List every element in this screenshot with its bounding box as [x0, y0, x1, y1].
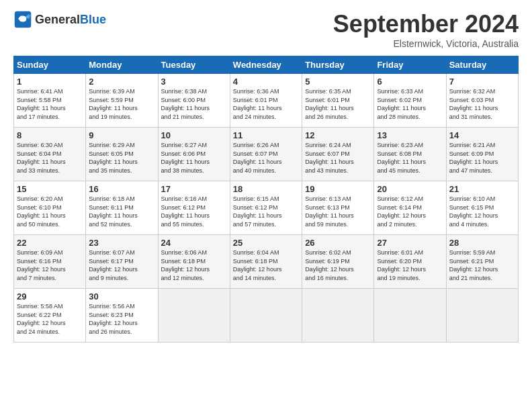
table-row: 6Sunrise: 6:33 AM Sunset: 6:02 PM Daylig…: [374, 74, 446, 128]
calendar-week-4: 22Sunrise: 6:09 AM Sunset: 6:16 PM Dayli…: [14, 235, 519, 289]
day-number: 21: [449, 184, 515, 194]
calendar-header-sunday: Sunday: [14, 56, 86, 74]
day-info: Sunrise: 6:10 AM Sunset: 6:15 PM Dayligh…: [449, 195, 515, 228]
day-info: Sunrise: 6:33 AM Sunset: 6:02 PM Dayligh…: [377, 87, 443, 121]
day-info: Sunrise: 6:29 AM Sunset: 6:05 PM Dayligh…: [89, 141, 154, 175]
calendar-header-row: SundayMondayTuesdayWednesdayThursdayFrid…: [14, 56, 519, 74]
day-info: Sunrise: 6:02 AM Sunset: 6:19 PM Dayligh…: [305, 248, 371, 282]
day-number: 1: [17, 77, 83, 87]
table-row: 5Sunrise: 6:35 AM Sunset: 6:01 PM Daylig…: [302, 74, 374, 128]
table-row: 12Sunrise: 6:24 AM Sunset: 6:07 PM Dayli…: [302, 128, 374, 181]
calendar-week-1: 1Sunrise: 6:41 AM Sunset: 5:58 PM Daylig…: [14, 74, 519, 128]
day-info: Sunrise: 6:21 AM Sunset: 6:09 PM Dayligh…: [449, 141, 515, 175]
day-info: Sunrise: 6:41 AM Sunset: 5:58 PM Dayligh…: [17, 87, 83, 121]
table-row: 14Sunrise: 6:21 AM Sunset: 6:09 PM Dayli…: [446, 128, 518, 181]
day-info: Sunrise: 6:07 AM Sunset: 6:17 PM Dayligh…: [89, 248, 154, 282]
day-info: Sunrise: 5:56 AM Sunset: 6:23 PM Dayligh…: [89, 302, 154, 336]
day-number: 5: [305, 77, 371, 87]
day-number: 17: [161, 184, 227, 194]
table-row: 29Sunrise: 5:58 AM Sunset: 6:22 PM Dayli…: [14, 289, 86, 342]
day-number: 25: [233, 238, 299, 248]
calendar-week-5: 29Sunrise: 5:58 AM Sunset: 6:22 PM Dayli…: [14, 289, 519, 342]
table-row: 13Sunrise: 6:23 AM Sunset: 6:08 PM Dayli…: [374, 128, 446, 181]
day-info: Sunrise: 6:18 AM Sunset: 6:11 PM Dayligh…: [89, 195, 154, 228]
day-number: 12: [305, 130, 371, 140]
logo: GeneralBlue: [13, 10, 106, 29]
day-number: 29: [17, 291, 83, 302]
title-block: September 2024 Elsternwick, Victoria, Au…: [333, 10, 519, 49]
table-row: [374, 289, 446, 342]
table-row: 20Sunrise: 6:12 AM Sunset: 6:14 PM Dayli…: [374, 181, 446, 235]
day-info: Sunrise: 6:32 AM Sunset: 6:03 PM Dayligh…: [449, 87, 515, 121]
day-number: 4: [233, 77, 299, 87]
day-info: Sunrise: 6:13 AM Sunset: 6:13 PM Dayligh…: [305, 195, 371, 228]
calendar-header-tuesday: Tuesday: [158, 56, 230, 74]
day-info: Sunrise: 6:27 AM Sunset: 6:06 PM Dayligh…: [161, 141, 227, 175]
day-info: Sunrise: 6:30 AM Sunset: 6:04 PM Dayligh…: [17, 141, 83, 175]
day-number: 8: [17, 130, 83, 140]
day-info: Sunrise: 6:06 AM Sunset: 6:18 PM Dayligh…: [161, 248, 227, 282]
table-row: 21Sunrise: 6:10 AM Sunset: 6:15 PM Dayli…: [446, 181, 518, 235]
table-row: 26Sunrise: 6:02 AM Sunset: 6:19 PM Dayli…: [302, 235, 374, 289]
day-number: 24: [161, 238, 227, 248]
day-number: 13: [377, 130, 443, 140]
day-info: Sunrise: 5:58 AM Sunset: 6:22 PM Dayligh…: [17, 302, 83, 336]
day-info: Sunrise: 5:59 AM Sunset: 6:21 PM Dayligh…: [449, 248, 515, 282]
day-info: Sunrise: 6:12 AM Sunset: 6:14 PM Dayligh…: [377, 195, 443, 228]
table-row: 10Sunrise: 6:27 AM Sunset: 6:06 PM Dayli…: [158, 128, 230, 181]
logo-text-block: GeneralBlue: [35, 13, 106, 27]
day-number: 27: [377, 238, 443, 248]
day-number: 10: [161, 130, 227, 140]
calendar-week-3: 15Sunrise: 6:20 AM Sunset: 6:10 PM Dayli…: [14, 181, 519, 235]
day-number: 19: [305, 184, 371, 194]
day-number: 23: [89, 238, 154, 248]
day-number: 26: [305, 238, 371, 248]
table-row: 7Sunrise: 6:32 AM Sunset: 6:03 PM Daylig…: [446, 74, 518, 128]
day-info: Sunrise: 6:26 AM Sunset: 6:07 PM Dayligh…: [233, 141, 299, 175]
logo-general: General: [35, 13, 80, 26]
table-row: 9Sunrise: 6:29 AM Sunset: 6:05 PM Daylig…: [86, 128, 158, 181]
table-row: 28Sunrise: 5:59 AM Sunset: 6:21 PM Dayli…: [446, 235, 518, 289]
table-row: 3Sunrise: 6:38 AM Sunset: 6:00 PM Daylig…: [158, 74, 230, 128]
day-number: 9: [89, 130, 154, 140]
day-number: 6: [377, 77, 443, 87]
day-info: Sunrise: 6:38 AM Sunset: 6:00 PM Dayligh…: [161, 87, 227, 121]
day-info: Sunrise: 6:39 AM Sunset: 5:59 PM Dayligh…: [89, 87, 154, 121]
day-info: Sunrise: 6:23 AM Sunset: 6:08 PM Dayligh…: [377, 141, 443, 175]
table-row: 15Sunrise: 6:20 AM Sunset: 6:10 PM Dayli…: [14, 181, 86, 235]
table-row: 19Sunrise: 6:13 AM Sunset: 6:13 PM Dayli…: [302, 181, 374, 235]
table-row: 1Sunrise: 6:41 AM Sunset: 5:58 PM Daylig…: [14, 74, 86, 128]
table-row: [158, 289, 230, 342]
day-info: Sunrise: 6:16 AM Sunset: 6:12 PM Dayligh…: [161, 195, 227, 228]
table-row: [230, 289, 302, 342]
month-title: September 2024: [333, 10, 519, 38]
day-info: Sunrise: 6:01 AM Sunset: 6:20 PM Dayligh…: [377, 248, 443, 282]
day-number: 2: [89, 77, 154, 87]
day-info: Sunrise: 6:09 AM Sunset: 6:16 PM Dayligh…: [17, 248, 83, 282]
day-number: 30: [89, 291, 154, 302]
day-number: 11: [233, 130, 299, 140]
location: Elsternwick, Victoria, Australia: [333, 38, 519, 49]
day-info: Sunrise: 6:15 AM Sunset: 6:12 PM Dayligh…: [233, 195, 299, 228]
table-row: 4Sunrise: 6:36 AM Sunset: 6:01 PM Daylig…: [230, 74, 302, 128]
table-row: 16Sunrise: 6:18 AM Sunset: 6:11 PM Dayli…: [86, 181, 158, 235]
page: GeneralBlue September 2024 Elsternwick, …: [0, 0, 532, 411]
day-number: 16: [89, 184, 154, 194]
table-row: 30Sunrise: 5:56 AM Sunset: 6:23 PM Dayli…: [86, 289, 158, 342]
calendar-header-thursday: Thursday: [302, 56, 374, 74]
table-row: 24Sunrise: 6:06 AM Sunset: 6:18 PM Dayli…: [158, 235, 230, 289]
day-info: Sunrise: 6:20 AM Sunset: 6:10 PM Dayligh…: [17, 195, 83, 228]
day-info: Sunrise: 6:24 AM Sunset: 6:07 PM Dayligh…: [305, 141, 371, 175]
table-row: 11Sunrise: 6:26 AM Sunset: 6:07 PM Dayli…: [230, 128, 302, 181]
calendar-header-saturday: Saturday: [446, 56, 518, 74]
table-row: 27Sunrise: 6:01 AM Sunset: 6:20 PM Dayli…: [374, 235, 446, 289]
day-info: Sunrise: 6:35 AM Sunset: 6:01 PM Dayligh…: [305, 87, 371, 121]
table-row: 2Sunrise: 6:39 AM Sunset: 5:59 PM Daylig…: [86, 74, 158, 128]
table-row: [446, 289, 518, 342]
calendar-header-friday: Friday: [374, 56, 446, 74]
table-row: 23Sunrise: 6:07 AM Sunset: 6:17 PM Dayli…: [86, 235, 158, 289]
logo-blue: Blue: [80, 13, 106, 26]
day-number: 3: [161, 77, 227, 87]
table-row: [302, 289, 374, 342]
day-number: 20: [377, 184, 443, 194]
